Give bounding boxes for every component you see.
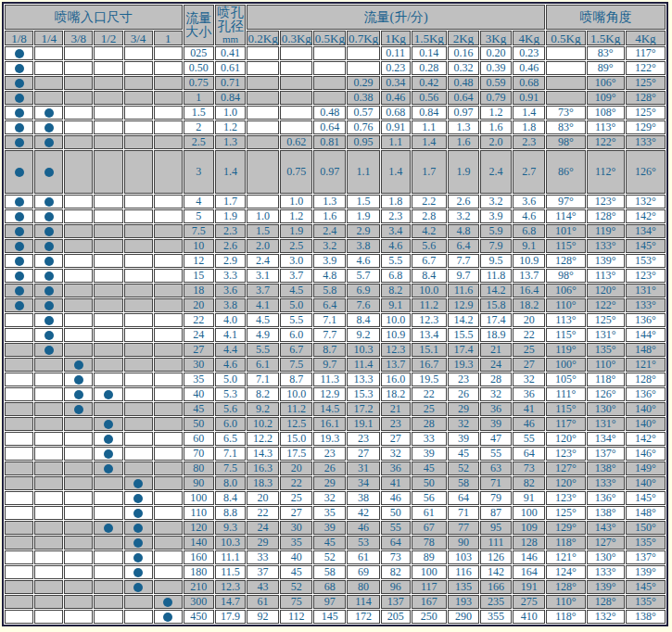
angle-value-cell: 128° <box>626 373 666 386</box>
flow-value-cell: 73 <box>381 550 411 564</box>
angle-value-cell: 148° <box>626 343 666 357</box>
inlet-dot-cell <box>94 580 122 594</box>
flow-size-cell: 10 <box>184 239 214 253</box>
inlet-dot-cell <box>5 432 33 446</box>
inlet-dot-cell <box>5 373 33 386</box>
inlet-dot-icon <box>15 301 24 310</box>
flow-size-cell: 2.5 <box>184 135 214 149</box>
flow-size-cell: 1 <box>184 91 214 105</box>
angle-value-cell: 153° <box>626 254 666 268</box>
flow-value-cell: 61 <box>247 595 279 609</box>
inlet-dot-cell <box>64 254 93 268</box>
flow-value-cell: 16.0 <box>381 373 411 386</box>
inlet-dot-cell <box>124 387 153 401</box>
orifice-cell: 8.8 <box>215 506 246 520</box>
inlet-dot-cell <box>94 120 122 134</box>
inlet-dot-cell <box>154 521 183 535</box>
angle-value-cell: 139° <box>587 580 625 594</box>
inlet-col-1-2: 1/2 <box>94 31 122 45</box>
flow-value-cell: 1.3 <box>313 195 346 209</box>
angle-value-cell: 131° <box>626 284 666 297</box>
inlet-dot-cell <box>34 150 63 194</box>
angle-value-cell: 100° <box>546 358 585 372</box>
inlet-dot-cell <box>34 106 63 120</box>
flow-value-cell: 33 <box>412 432 447 446</box>
inlet-dot-cell <box>124 284 153 297</box>
flow-value-cell: 35 <box>313 506 346 520</box>
flow-value-cell: 20 <box>280 461 312 475</box>
flow-value-cell: 0.62 <box>280 135 312 149</box>
flow-value-cell: 16.7 <box>412 358 447 372</box>
inlet-dot-cell <box>94 224 122 238</box>
angle-value-cell: 113° <box>546 313 585 327</box>
inlet-dot-icon <box>133 494 143 503</box>
inlet-dot-cell <box>124 432 153 446</box>
inlet-dot-cell <box>154 550 183 564</box>
flow-value-cell: 36 <box>381 461 411 475</box>
inlet-dot-cell <box>124 239 153 253</box>
inlet-dot-cell <box>94 536 122 550</box>
table-row: 183.63.74.55.86.98.210.011.614.216.4106°… <box>5 284 666 297</box>
angle-value-cell: 83° <box>546 120 585 134</box>
flow-value-cell: 64 <box>381 536 411 550</box>
angle-value-cell: 128° <box>546 254 585 268</box>
flow-value-cell: 25 <box>280 491 312 505</box>
angle-value-cell: 129° <box>546 521 585 535</box>
flow-value-cell: 1.1 <box>381 135 411 149</box>
flow-value-cell: 24 <box>247 521 279 535</box>
flow-value-cell: 58 <box>448 476 479 490</box>
inlet-dot-cell <box>124 91 153 105</box>
angle-value-cell <box>546 76 585 90</box>
flow-value-cell: 3.2 <box>313 239 346 253</box>
flow-value-cell: 64 <box>513 447 545 461</box>
angle-value-cell: 125° <box>546 506 585 520</box>
inlet-dot-cell <box>154 269 183 283</box>
inlet-dot-cell <box>124 195 153 209</box>
angle-value-cell: 133° <box>587 239 625 253</box>
inlet-dot-cell <box>5 61 33 75</box>
flow-value-cell: 1.5 <box>247 224 279 238</box>
flow-value-cell: 15.8 <box>480 298 512 312</box>
orifice-cell: 1.9 <box>215 209 246 223</box>
angle-value-cell: 122° <box>587 135 625 149</box>
flow-value-cell: 5.5 <box>280 313 312 327</box>
angle-value-cell: 119° <box>546 343 585 357</box>
inlet-dot-cell <box>64 595 93 609</box>
flow-size-cell: 70 <box>184 447 214 461</box>
flow-value-cell: 78 <box>412 536 447 550</box>
angle-value-cell: 123° <box>546 447 585 461</box>
flow-size-cell: 0.50 <box>184 61 214 75</box>
angle-value-cell: 132° <box>587 610 625 624</box>
angle-value-cell: 128° <box>626 91 666 105</box>
flow-size-cell: 15 <box>184 269 214 283</box>
inlet-dot-cell <box>64 610 93 624</box>
flow-value-cell: 68 <box>313 580 346 594</box>
flow-value-cell: 5.5 <box>247 343 279 357</box>
angle-value-cell: 124° <box>546 565 585 579</box>
flow-value-cell: 2.7 <box>513 150 545 194</box>
inlet-dot-icon <box>44 168 54 177</box>
orifice-cell: 1.7 <box>215 195 246 209</box>
angle-value-cell: 105° <box>546 373 585 386</box>
inlet-dot-cell <box>124 150 153 194</box>
flow-value-cell: 7.1 <box>247 373 279 386</box>
flow-value-cell: 2.4 <box>247 254 279 268</box>
flow-value-cell: 2.2 <box>412 195 447 209</box>
inlet-dot-icon <box>15 212 24 221</box>
flow-value-cell: 4.1 <box>247 298 279 312</box>
flow-value-cell: 3.1 <box>247 269 279 283</box>
inlet-dot-cell <box>154 373 183 386</box>
inlet-dot-cell <box>94 239 122 253</box>
inlet-dot-cell <box>5 387 33 401</box>
flow-size-cell: 7.5 <box>184 224 214 238</box>
angle-value-cell: 115° <box>546 328 585 342</box>
inlet-dot-cell <box>124 313 153 327</box>
inlet-dot-icon <box>74 390 83 399</box>
inlet-dot-cell <box>124 120 153 134</box>
inlet-dot-cell <box>34 432 63 446</box>
inlet-dot-cell <box>94 46 122 60</box>
flow-value-cell: 19.5 <box>412 373 447 386</box>
angle-value-cell: 106° <box>546 284 585 297</box>
angle-value-cell: 113° <box>587 269 625 283</box>
orifice-cell: 7.1 <box>215 447 246 461</box>
